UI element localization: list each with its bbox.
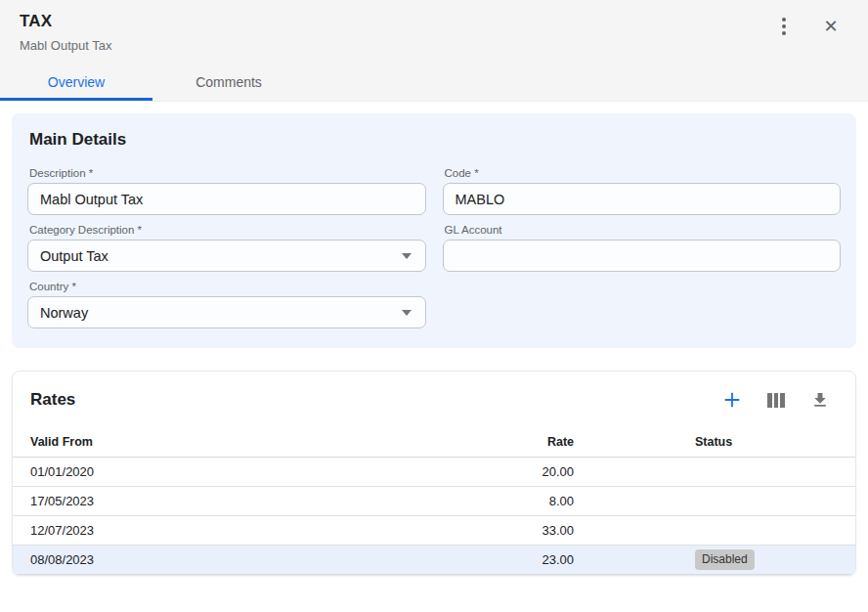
plus-icon [721,389,743,411]
table-row[interactable]: 12/07/2023 33.00 [13,516,855,546]
country-select[interactable]: Norway [27,296,426,328]
header-actions: ✕ [772,15,843,38]
tab-bar: Overview Comments [0,64,305,101]
status-badge: Disabled [695,549,755,569]
table-row[interactable]: 17/05/2023 8.00 [13,487,855,516]
table-header-row: Valid From Rate Status [13,427,855,458]
valid-from-cell: 17/05/2023 [30,494,482,508]
chevron-down-icon [402,253,412,259]
rates-toolbar [720,388,832,412]
category-description-select[interactable]: Output Tax [27,240,426,272]
table-row[interactable]: 01/01/2020 20.00 [13,458,855,487]
rates-table: Valid From Rate Status 01/01/2020 20.00 … [13,427,855,575]
status-cell: Disabled [574,549,855,569]
main-details-title: Main Details [29,130,841,150]
code-field-group: Code * [443,167,842,215]
main-details-section: Main Details Description * Code * Catego… [12,113,856,348]
column-header-valid-from: Valid From [30,435,482,449]
download-icon [810,390,830,410]
close-button[interactable]: ✕ [819,15,843,38]
code-input[interactable] [443,183,842,215]
country-field-group: Country * Norway [27,281,426,328]
column-header-rate: Rate [482,435,574,449]
gl-account-input[interactable] [443,240,842,272]
rate-cell: 8.00 [482,494,574,508]
description-field-group: Description * [27,167,426,215]
category-description-value: Output Tax [40,248,108,264]
dialog-header: TAX Mabl Output Tax ✕ Overview Comments [0,0,868,102]
country-value: Norway [40,305,88,321]
kebab-menu-icon [782,18,786,35]
rates-section: Rates Valid From Rate Status 01/01 [12,371,856,576]
page-title: TAX [20,12,868,31]
add-rate-button[interactable] [720,388,744,412]
valid-from-cell: 01/01/2020 [30,464,482,479]
close-icon: ✕ [823,18,838,35]
valid-from-cell: 12/07/2023 [30,523,482,538]
rate-cell: 20.00 [482,464,574,479]
category-description-label: Category Description * [27,224,426,236]
country-label: Country * [27,281,426,292]
page-subtitle: Mabl Output Tax [20,38,868,53]
more-options-button[interactable] [772,15,796,38]
title-block: TAX Mabl Output Tax [0,0,868,53]
code-label: Code * [443,167,842,179]
rates-header: Rates [13,372,855,412]
gl-account-field-group: GL Account [443,224,842,272]
main-details-fields: Description * Code * Category Descriptio… [27,167,841,328]
category-description-field-group: Category Description * Output Tax [27,224,426,272]
tab-comments[interactable]: Comments [152,64,305,101]
column-header-status: Status [574,435,855,449]
description-label: Description * [27,167,426,179]
rate-cell: 33.00 [482,523,574,538]
table-row-selected[interactable]: 08/08/2023 23.00 Disabled [13,546,855,575]
tab-overview[interactable]: Overview [0,64,152,101]
description-input[interactable] [27,183,426,215]
column-settings-button[interactable] [764,388,788,412]
rates-title: Rates [30,390,75,410]
gl-account-label: GL Account [443,224,842,236]
download-button[interactable] [808,388,832,412]
chevron-down-icon [402,310,412,316]
columns-icon [767,393,785,408]
valid-from-cell: 08/08/2023 [30,552,482,567]
rate-cell: 23.00 [482,552,574,567]
